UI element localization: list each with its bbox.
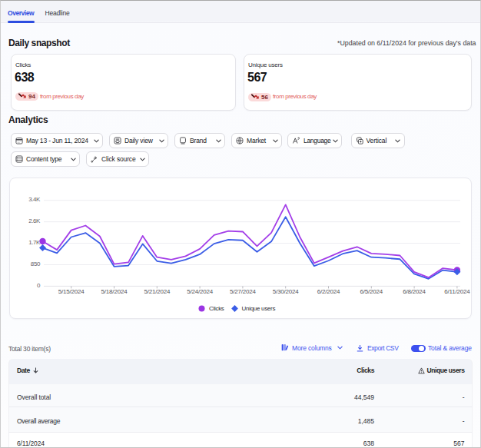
svg-text:5/30/2024: 5/30/2024 [273, 288, 300, 295]
svg-text:3.4K: 3.4K [28, 196, 41, 203]
svg-text:6/5/2024: 6/5/2024 [360, 288, 383, 295]
svg-text:5/21/2024: 5/21/2024 [144, 288, 171, 295]
svg-text:5/15/2024: 5/15/2024 [58, 288, 85, 295]
svg-text:850: 850 [31, 261, 41, 267]
svg-text:6/2/2024: 6/2/2024 [317, 288, 340, 295]
svg-text:6/8/2024: 6/8/2024 [403, 288, 426, 295]
svg-text:0: 0 [37, 282, 41, 289]
svg-text:2.6K: 2.6K [28, 217, 41, 224]
svg-text:5/18/2024: 5/18/2024 [101, 288, 128, 295]
svg-text:5/27/2024: 5/27/2024 [230, 288, 257, 295]
svg-text:1.7K: 1.7K [28, 239, 41, 246]
svg-text:5/24/2024: 5/24/2024 [187, 288, 214, 295]
svg-text:6/11/2024: 6/11/2024 [444, 288, 470, 295]
